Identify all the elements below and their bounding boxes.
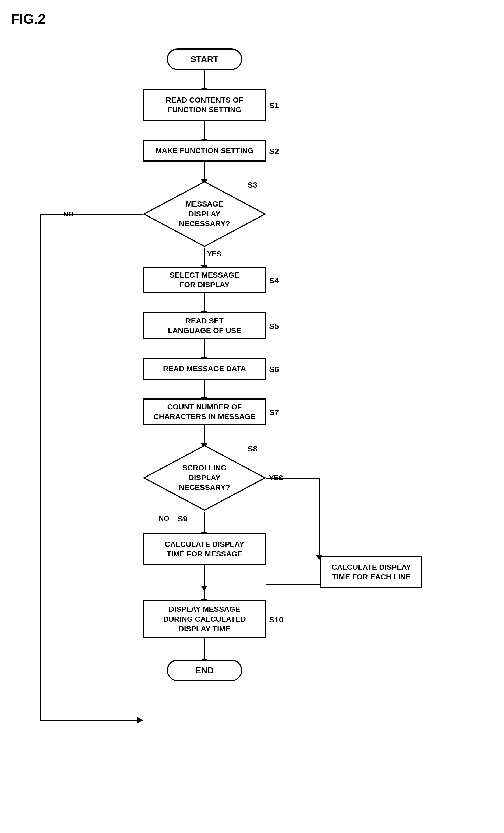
s4-process: SELECT MESSAGE FOR DISPLAY [143, 266, 267, 293]
s7-label: COUNT NUMBER OF CHARACTERS IN MESSAGE [153, 402, 256, 422]
s6-step: S6 [269, 365, 279, 374]
figure-title: FIG.2 [11, 11, 46, 27]
s7-process: COUNT NUMBER OF CHARACTERS IN MESSAGE [143, 399, 267, 425]
s6-process: READ MESSAGE DATA [143, 358, 267, 380]
s3-text: MESSAGE DISPLAY NECESSARY? [179, 199, 230, 229]
s5-step: S5 [269, 322, 279, 331]
s10-step: S10 [269, 615, 283, 624]
flowchart: START READ CONTENTS OF FUNCTION SETTING … [0, 32, 504, 827]
start-terminal: START [167, 48, 242, 70]
s2-process: MAKE FUNCTION SETTING [143, 140, 267, 162]
s5-process: READ SET LANGUAGE OF USE [143, 312, 267, 339]
s8-no-label: S9 [178, 514, 187, 523]
s9-label: CALCULATE DISPLAY TIME FOR MESSAGE [165, 540, 244, 559]
s10-label: DISPLAY MESSAGE DURING CALCULATED DISPLA… [163, 604, 246, 634]
s1-label: READ CONTENTS OF FUNCTION SETTING [166, 95, 243, 115]
s6-label: READ MESSAGE DATA [163, 364, 246, 374]
end-terminal: END [167, 660, 242, 681]
s11-process: CALCULATE DISPLAY TIME FOR EACH LINE [320, 556, 423, 588]
s2-step: S2 [269, 147, 279, 156]
s8-text: SCROLLING DISPLAY NECESSARY? [179, 463, 230, 493]
s1-process: READ CONTENTS OF FUNCTION SETTING [143, 89, 267, 121]
s3-decision: MESSAGE DISPLAY NECESSARY? [143, 181, 267, 248]
s1-step: S1 [269, 101, 279, 110]
s10-process: DISPLAY MESSAGE DURING CALCULATED DISPLA… [143, 600, 267, 638]
s11-label: CALCULATE DISPLAY TIME FOR EACH LINE [331, 563, 411, 582]
end-label: END [195, 666, 213, 675]
s5-label: READ SET LANGUAGE OF USE [168, 316, 241, 336]
s9-process: CALCULATE DISPLAY TIME FOR MESSAGE [143, 533, 267, 565]
s8-no-text: NO [159, 514, 169, 523]
s8-decision: SCROLLING DISPLAY NECESSARY? [143, 444, 267, 511]
start-label: START [191, 54, 219, 64]
s4-label: SELECT MESSAGE FOR DISPLAY [170, 270, 239, 290]
s3-yes-label: YES [207, 250, 221, 258]
s4-step: S4 [269, 276, 279, 285]
s7-step: S7 [269, 408, 279, 417]
s2-label: MAKE FUNCTION SETTING [155, 146, 253, 156]
